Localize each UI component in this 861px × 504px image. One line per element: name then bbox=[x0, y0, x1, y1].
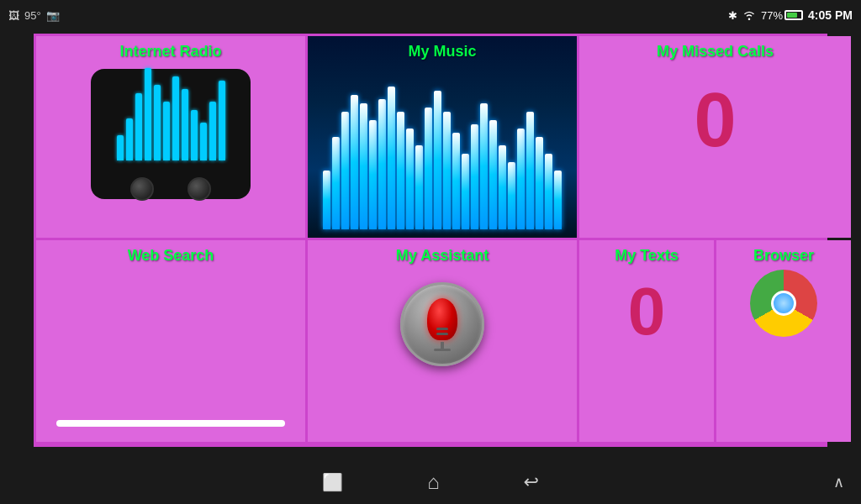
radio-knobs bbox=[130, 177, 211, 201]
chrome-icon bbox=[750, 270, 817, 337]
internet-radio-tile[interactable]: Internet Radio bbox=[36, 36, 305, 238]
radio-icon bbox=[91, 69, 251, 199]
my-texts-label: My Texts bbox=[586, 247, 707, 265]
navigation-bar: ⬜ ⌂ ↪ ∧ bbox=[0, 460, 861, 504]
my-missed-calls-tile[interactable]: My Missed Calls 0 bbox=[579, 36, 851, 238]
time-display: 4:05 PM bbox=[808, 8, 853, 22]
my-assistant-label: My Assistant bbox=[314, 247, 570, 265]
battery-percent: 77% bbox=[761, 9, 783, 22]
up-button[interactable]: ∧ bbox=[833, 473, 844, 491]
radio-knob-right bbox=[188, 177, 211, 201]
web-search-tile[interactable]: Web Search bbox=[36, 240, 305, 442]
chrome-center bbox=[771, 291, 796, 316]
recent-apps-button[interactable]: ⬜ bbox=[322, 472, 343, 492]
my-missed-calls-label: My Missed Calls bbox=[586, 43, 844, 60]
mic-base bbox=[434, 349, 451, 351]
mic-stand bbox=[441, 342, 444, 349]
web-search-label: Web Search bbox=[43, 247, 298, 265]
my-texts-tile[interactable]: My Texts 0 bbox=[579, 240, 714, 442]
status-bar: 🖼 95° 📷 ✱ 77% 4:05 PM bbox=[0, 0, 861, 30]
internet-radio-label: Internet Radio bbox=[43, 43, 298, 60]
browser-label: Browser bbox=[723, 247, 844, 265]
mic-capsule bbox=[427, 298, 457, 340]
wifi-icon bbox=[742, 10, 756, 20]
my-music-label: My Music bbox=[308, 36, 577, 67]
temp-icon: 95° bbox=[24, 9, 41, 22]
status-left: 🖼 95° 📷 bbox=[8, 9, 60, 22]
battery-indicator: 77% bbox=[761, 9, 803, 22]
texts-count: 0 bbox=[628, 278, 666, 345]
status-right: ✱ 77% 4:05 PM bbox=[728, 8, 853, 22]
screenshot-icon: 🖼 bbox=[8, 9, 19, 22]
bluetooth-icon: ✱ bbox=[728, 9, 737, 22]
microphone-icon bbox=[400, 282, 484, 366]
search-bar-decoration bbox=[56, 420, 285, 427]
app-grid: Internet Radio My Musi bbox=[34, 34, 827, 447]
my-music-tile[interactable]: My Music bbox=[308, 36, 577, 238]
radio-knob-left bbox=[130, 177, 154, 201]
home-button[interactable]: ⌂ bbox=[427, 470, 440, 494]
back-button[interactable]: ↪ bbox=[524, 471, 539, 493]
browser-tile[interactable]: Browser bbox=[716, 240, 851, 442]
my-assistant-tile[interactable]: My Assistant bbox=[308, 240, 577, 442]
camera-icon: 📷 bbox=[46, 9, 60, 22]
missed-calls-count: 0 bbox=[694, 82, 736, 158]
radio-bars bbox=[117, 68, 225, 160]
